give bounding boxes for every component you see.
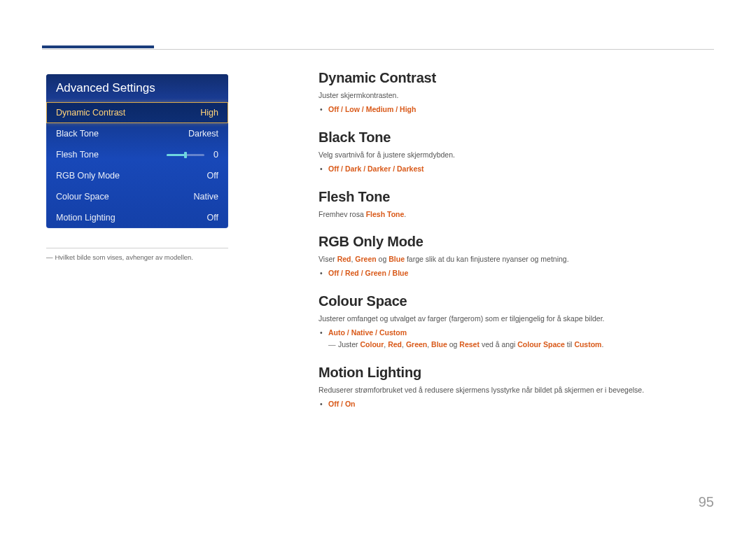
section-options: Off / On [318, 398, 714, 410]
section-black-tone: Black Tone Velg svartnivå for å justere … [318, 129, 714, 175]
desc-pre: Viser [318, 255, 337, 263]
content-column: Dynamic Contrast Juster skjermkontrasten… [318, 70, 714, 424]
section-dynamic-contrast: Dynamic Contrast Juster skjermkontrasten… [318, 70, 714, 115]
section-title: Flesh Tone [318, 189, 714, 205]
sub-green: Green [406, 340, 427, 349]
options-text: Off / Low / Medium / High [328, 105, 416, 113]
sub-og: og [447, 340, 460, 349]
sub-pre: Juster [338, 340, 360, 349]
section-desc: Viser Red, Green og Blue farge slik at d… [318, 254, 714, 265]
desc-post: . [404, 210, 406, 218]
slider-knob[interactable] [184, 152, 187, 158]
options-text: Off / On [328, 400, 356, 408]
options-text: Off / Dark / Darker / Darkest [328, 164, 424, 173]
section-options: Off / Red / Green / Blue [318, 267, 714, 279]
menu-row-label: Colour Space [56, 192, 109, 202]
section-desc: Fremhev rosa Flesh Tone. [318, 209, 714, 220]
section-motion-lighting: Motion Lighting Reduserer strømforbruket… [318, 365, 714, 410]
sub-blue: Blue [431, 340, 447, 349]
options-text: Off / Red / Green / Blue [328, 269, 408, 277]
sub-red: Red [388, 340, 402, 349]
sub-til: til [565, 340, 574, 349]
menu-row-value: 0 [211, 150, 218, 160]
page-number: 95 [699, 494, 714, 510]
section-title: Colour Space [318, 293, 714, 309]
flesh-tone-slider[interactable] [167, 154, 204, 156]
desc-em: Flesh Tone [366, 210, 405, 218]
menu-row-colour-space[interactable]: Colour Space Native [46, 186, 228, 207]
menu-row-flesh-tone[interactable]: Flesh Tone 0 [46, 144, 228, 165]
menu-row-label: Flesh Tone [56, 150, 99, 160]
section-flesh-tone: Flesh Tone Fremhev rosa Flesh Tone. [318, 189, 714, 220]
section-desc: Velg svartnivå for å justere skjermdybde… [318, 150, 714, 160]
section-options: Auto / Native / Custom [318, 327, 714, 339]
subnote-dash: ― [328, 339, 336, 351]
menu-row-value: Off [179, 171, 218, 181]
desc-post: farge slik at du kan finjustere nyanser … [405, 255, 569, 263]
section-desc: Juster skjermkontrasten. [318, 90, 714, 101]
menu-row-value: High [179, 108, 218, 118]
desc-blue: Blue [388, 255, 405, 263]
menu-row-label: RGB Only Mode [56, 171, 120, 181]
section-subnote: ― Juster Colour, Red, Green, Blue og Res… [318, 339, 714, 351]
sub-cs: Colour Space [517, 340, 565, 349]
desc-green: Green [355, 255, 376, 263]
menu-row-value: Darkest [179, 129, 218, 139]
section-options: Off / Low / Medium / High [318, 104, 714, 115]
menu-row-black-tone[interactable]: Black Tone Darkest [46, 123, 228, 144]
menu-row-value: Off [179, 213, 218, 223]
section-desc: Justerer omfanget og utvalget av farger … [318, 314, 714, 324]
desc-pre: Fremhev rosa [318, 210, 366, 218]
desc-red: Red [337, 255, 351, 263]
menu-row-value: Native [179, 192, 218, 202]
menu-row-motion-lighting[interactable]: Motion Lighting Off [46, 207, 228, 228]
footnote-text: Hvilket bilde som vises, avhenger av mod… [55, 253, 193, 261]
menu-row-rgb-only-mode[interactable]: RGB Only Mode Off [46, 165, 228, 186]
menu-footnote: ―Hvilket bilde som vises, avhenger av mo… [46, 253, 256, 261]
menu-row-label: Dynamic Contrast [56, 108, 125, 118]
section-title: Motion Lighting [318, 365, 714, 381]
sub-reset: Reset [459, 340, 479, 349]
sub-colour: Colour [360, 340, 384, 349]
header-accent [42, 45, 154, 48]
sub-mid: ved å angi [479, 340, 517, 349]
section-title: RGB Only Mode [318, 234, 714, 250]
header-rule [42, 49, 714, 50]
section-colour-space: Colour Space Justerer omfanget og utvalg… [318, 293, 714, 351]
menu-row-label: Motion Lighting [56, 213, 115, 223]
menu-title: Advanced Settings [46, 74, 228, 102]
sub-end: . [601, 340, 603, 349]
footnote-dash: ― [46, 253, 52, 261]
section-title: Black Tone [318, 129, 714, 146]
menu-row-label: Black Tone [56, 129, 99, 139]
footnote-rule [46, 248, 228, 248]
menu-panel: Advanced Settings Dynamic Contrast High … [46, 74, 228, 228]
sub-custom: Custom [574, 340, 601, 349]
slider-fill [167, 154, 186, 156]
section-desc: Reduserer strømforbruket ved å redusere … [318, 385, 714, 395]
options-text: Auto / Native / Custom [328, 328, 407, 337]
section-options: Off / Dark / Darker / Darkest [318, 163, 714, 175]
section-rgb-only-mode: RGB Only Mode Viser Red, Green og Blue f… [318, 234, 714, 279]
menu-row-value-wrap: 0 [167, 150, 218, 160]
menu-row-dynamic-contrast[interactable]: Dynamic Contrast High [46, 102, 228, 123]
desc-and: og [377, 255, 389, 263]
section-title: Dynamic Contrast [318, 70, 714, 86]
